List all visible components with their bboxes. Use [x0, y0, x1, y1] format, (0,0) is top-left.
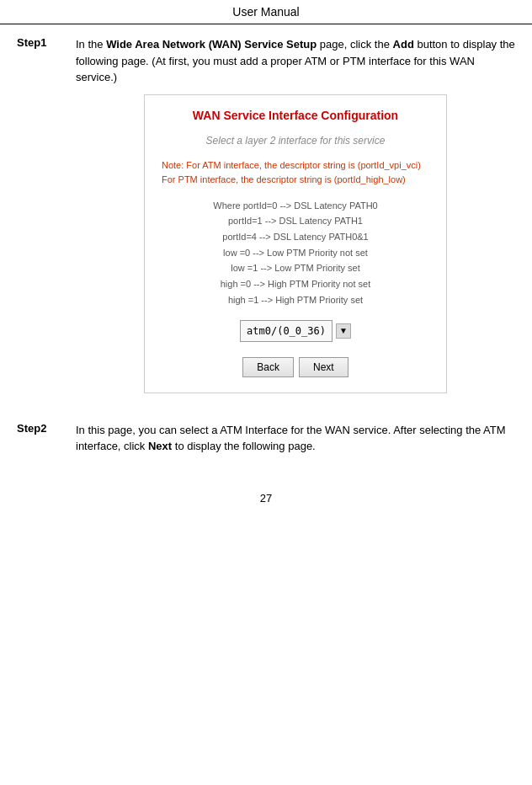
- step1-label: Step1: [17, 33, 67, 405]
- interface-select-field[interactable]: atm0/(0_0_36): [240, 320, 332, 342]
- path-line-2: portId=1 --> DSL Latency PATH1: [153, 213, 438, 229]
- path-line-3: portId=4 --> DSL Latency PATH0&1: [153, 229, 438, 245]
- path-line-7: high =1 --> High PTM Priority set: [153, 292, 438, 308]
- step2-content: In this page, you can select a ATM Inter…: [67, 419, 515, 458]
- path-line-6: high =0 --> High PTM Priority not set: [153, 276, 438, 292]
- step2-label: Step2: [17, 419, 67, 458]
- wan-box-subtitle: Select a layer 2 interface for this serv…: [153, 133, 438, 148]
- interface-select-row[interactable]: atm0/(0_0_36) ▼: [153, 320, 438, 342]
- step1-content: In the Wide Area Network (WAN) Service S…: [67, 33, 515, 405]
- note-line2: For PTM interface, the descriptor string…: [162, 173, 429, 188]
- page-header: User Manual: [0, 0, 532, 24]
- page-number: 27: [260, 492, 272, 505]
- path-line-1: Where portId=0 --> DSL Latency PATH0: [153, 198, 438, 214]
- back-button[interactable]: Back: [242, 357, 294, 377]
- wan-box-title: WAN Service Interface Configuration: [153, 107, 438, 125]
- wan-service-box: WAN Service Interface Configuration Sele…: [144, 94, 447, 393]
- step1-text-before: In the: [76, 38, 106, 51]
- step1-bold-page: Wide Area Network (WAN) Service Setup: [106, 38, 317, 51]
- step2-bold-next: Next: [148, 440, 172, 452]
- path-line-4: low =0 --> Low PTM Priority not set: [153, 245, 438, 261]
- next-button[interactable]: Next: [299, 357, 348, 377]
- step1-bold-add: Add: [393, 38, 414, 51]
- note-line1: Note: For ATM interface, the descriptor …: [162, 158, 429, 174]
- wan-box-buttons: Back Next: [153, 357, 438, 377]
- header-title: User Manual: [232, 5, 299, 19]
- step2-text-end: to display the following page.: [172, 440, 316, 452]
- step1-text-after: page, click the: [317, 38, 392, 51]
- note-section: Note: For ATM interface, the descriptor …: [153, 158, 438, 188]
- path-line-5: low =1 --> Low PTM Priority set: [153, 260, 438, 276]
- dropdown-arrow-icon[interactable]: ▼: [336, 323, 351, 339]
- path-info: Where portId=0 --> DSL Latency PATH0 por…: [153, 198, 438, 308]
- page-footer: 27: [0, 475, 532, 513]
